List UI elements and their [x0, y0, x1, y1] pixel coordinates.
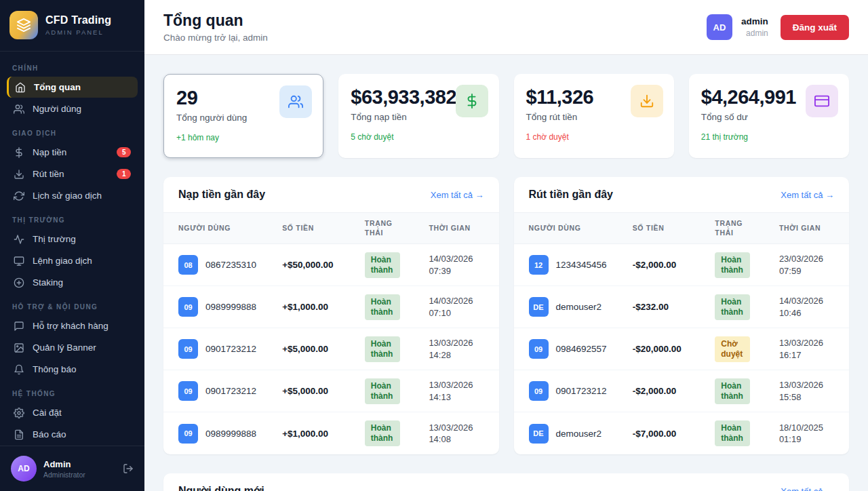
timestamp: 18/10/2025 01:19: [779, 422, 834, 446]
status-badge: Hoàn thành: [715, 252, 750, 278]
deposits-title: Nạp tiền gần đây: [178, 189, 265, 201]
table-row[interactable]: 09 0901723212 +$5,000.00 Hoàn thành 13/0…: [163, 370, 499, 412]
table-body: 12 1234345456 -$2,000.00 Hoàn thành 23/0…: [514, 244, 850, 454]
stat-subtext: +1 hôm nay: [176, 133, 311, 142]
new-users-title: Người dùng mới: [178, 485, 264, 491]
timestamp: 13/03/2026 14:13: [429, 379, 484, 403]
sidebar-item-thi-truong[interactable]: Thị trường: [7, 229, 138, 250]
user-name: 0989999888: [205, 302, 256, 312]
column-header: Số tiền: [282, 219, 365, 237]
sidebar-item-label: Quản lý Banner: [33, 342, 96, 353]
date: 13/03/2026: [429, 422, 484, 434]
deposits-view-all-link[interactable]: Xem tất cả →: [431, 190, 484, 200]
avatar: 09: [178, 381, 198, 401]
user-name: 1234345456: [556, 260, 607, 270]
table-header: Người dùngSố tiềnTrạng tháiThời gian: [514, 212, 850, 244]
stat-card: 29 Tổng người dùng +1 hôm nay: [163, 74, 323, 158]
sidebar-item-ho-tro-khach-hang[interactable]: Hỗ trợ khách hàng: [7, 315, 138, 336]
stat-card: $63,933,382 Tổng nạp tiền 5 chờ duyệt: [338, 74, 498, 158]
sidebar-item-label: Thị trường: [33, 234, 76, 244]
table-row[interactable]: 09 0984692557 -$20,000.00 Chờ duyệt 13/0…: [514, 328, 850, 370]
withdrawals-view-all-link[interactable]: Xem tất cả →: [781, 190, 834, 200]
user-name: 0989999888: [205, 429, 256, 439]
sidebar-item-thong-bao[interactable]: Thông báo: [7, 359, 138, 380]
table-row[interactable]: DE demouser2 -$232.00 Hoàn thành 14/03/2…: [514, 286, 850, 328]
new-users-view-all-link[interactable]: Xem tất cả →: [781, 486, 834, 491]
sidebar-item-nguoi-dung[interactable]: Người dùng: [7, 98, 138, 119]
content: 29 Tổng người dùng +1 hôm nay $63,933,38…: [144, 55, 868, 491]
amount: -$2,000.00: [633, 260, 715, 270]
column-header: Trạng thái: [715, 219, 779, 237]
amount: -$20,000.00: [633, 344, 715, 354]
time: 15:58: [779, 391, 834, 404]
sidebar-item-tong-quan[interactable]: Tổng quan: [7, 77, 138, 98]
time: 07:39: [429, 265, 484, 277]
gear-icon: [14, 408, 24, 418]
logout-button[interactable]: Đăng xuất: [781, 15, 849, 40]
time: 16:17: [779, 349, 834, 361]
column-header: Người dùng: [178, 219, 282, 237]
timestamp: 13/03/2026 14:08: [429, 422, 484, 446]
status-badge: Hoàn thành: [715, 420, 750, 446]
chat-icon: [14, 321, 24, 332]
timestamp: 23/03/2026 07:59: [779, 253, 834, 277]
sidebar-item-bao-cao[interactable]: Báo cáo: [7, 424, 138, 445]
dollar-icon: [456, 85, 488, 117]
sidebar-item-lenh-giao-dich[interactable]: Lệnh giao dịch: [7, 250, 138, 271]
plus-circle-icon: [14, 277, 24, 288]
app-title: CFD Trading: [45, 14, 111, 26]
user-name: demouser2: [556, 302, 602, 312]
date: 18/10/2025: [779, 422, 834, 434]
avatar: 09: [178, 297, 198, 317]
stat-card: $4,264,991 Tổng số dư 21 thị trường: [689, 74, 849, 158]
sidebar-item-label: Báo cáo: [33, 429, 66, 439]
page-title: Tổng quan: [163, 12, 268, 30]
stats-row: 29 Tổng người dùng +1 hôm nay $63,933,38…: [163, 74, 849, 158]
sidebar-item-label: Thông báo: [33, 364, 77, 374]
table-row[interactable]: 09 0901723212 -$2,000.00 Hoàn thành 13/0…: [514, 370, 850, 412]
stat-subtext: 21 thị trường: [701, 132, 837, 142]
sidebar-item-nap-tien[interactable]: Nạp tiền 5: [7, 142, 138, 163]
home-icon: [15, 82, 26, 93]
status-badge: Hoàn thành: [365, 378, 400, 404]
logout-icon[interactable]: [123, 463, 134, 474]
avatar: DE: [529, 424, 549, 444]
stat-subtext: 5 chờ duyệt: [351, 132, 486, 142]
activity-icon: [14, 234, 24, 245]
column-header: Số tiền: [633, 219, 715, 237]
nav-section-label: Hỗ trợ & Nội dung: [12, 303, 132, 311]
sidebar-item-rut-tien[interactable]: Rút tiền 1: [7, 163, 138, 184]
sidebar-item-lich-su-giao-dich[interactable]: Lịch sử giao dịch: [7, 185, 138, 206]
avatar: DE: [529, 297, 549, 317]
column-header: Người dùng: [529, 219, 633, 237]
table-row[interactable]: 12 1234345456 -$2,000.00 Hoàn thành 23/0…: [514, 244, 850, 286]
sidebar-item-quan-ly-banner[interactable]: Quản lý Banner: [7, 337, 138, 358]
sidebar-item-staking[interactable]: Staking: [7, 272, 138, 293]
timestamp: 14/03/2026 10:46: [779, 295, 834, 319]
table-row[interactable]: 08 0867235310 +$50,000.00 Hoàn thành 14/…: [163, 244, 499, 286]
user-name: 0901723212: [205, 344, 256, 354]
user-name: 0984692557: [556, 344, 607, 354]
table-row[interactable]: DE demouser2 -$7,000.00 Hoàn thành 18/10…: [514, 412, 850, 454]
sidebar-item-label: Staking: [33, 277, 63, 288]
sidebar-item-cai-at[interactable]: Cài đặt: [7, 402, 138, 423]
date: 14/03/2026: [429, 295, 484, 307]
sidebar-item-label: Hỗ trợ khách hàng: [33, 321, 108, 331]
amount: -$7,000.00: [633, 429, 715, 439]
status-badge: Chờ duyệt: [715, 336, 750, 362]
monitor-icon: [14, 256, 24, 267]
table-row[interactable]: 09 0989999888 +$1,000.00 Hoàn thành 14/0…: [163, 286, 499, 328]
dollar-icon: [14, 147, 24, 158]
count-badge: 1: [117, 169, 131, 179]
app-subtitle: ADMIN PANEL: [45, 28, 111, 36]
timestamp: 13/03/2026 15:58: [779, 379, 834, 403]
table-header: Người dùngSố tiềnTrạng tháiThời gian: [163, 212, 499, 244]
withdrawals-title: Rút tiền gần đây: [529, 189, 613, 201]
count-badge: 5: [117, 147, 131, 157]
amount: -$232.00: [633, 302, 715, 312]
amount: +$50,000.00: [282, 260, 365, 270]
table-row[interactable]: 09 0901723212 +$5,000.00 Hoàn thành 13/0…: [163, 328, 499, 370]
bell-icon: [14, 364, 24, 375]
history-icon: [14, 191, 24, 201]
table-row[interactable]: 09 0989999888 +$1,000.00 Hoàn thành 13/0…: [163, 412, 499, 454]
